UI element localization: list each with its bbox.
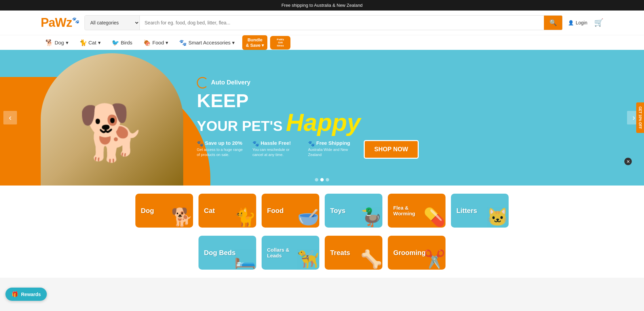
header: PaWz🐾 All categories Dog Cat Birds Food … (0, 11, 644, 35)
feature2-desc: You can reschedule or cancel at any time… (252, 147, 300, 158)
hero-close-button[interactable]: ✕ (624, 158, 632, 165)
hero-feature-hassle: 🐾 Hassle Free! You can reschedule or can… (252, 140, 300, 158)
logo[interactable]: PaWz🐾 (41, 16, 79, 30)
shop-now-button[interactable]: SHOP NOW (364, 140, 419, 159)
hero-dots (315, 178, 329, 181)
paw-icon-2: 🐾 (252, 140, 259, 147)
category-toys[interactable]: Toys 🦆 (325, 194, 382, 228)
auto-delivery-text: Auto Delivery (211, 79, 250, 86)
auto-delivery-icon (197, 77, 208, 89)
hero-title-happy: Happy (286, 110, 361, 135)
dog-chevron-icon: ▾ (66, 40, 69, 46)
feature1-title: Save up to 20% (205, 140, 242, 146)
dog-beds-img: 🛏️ (234, 249, 256, 270)
toys-category-img: 🦆 (360, 207, 382, 228)
dog-nav-icon: 🐕 (45, 39, 53, 46)
category-grid-row1: Dog 🐕 Cat 🐈 Food 🥣 Toys 🦆 Flea &Worming … (0, 186, 644, 236)
feature3-desc: Australia Wide and New Zealand (308, 147, 356, 158)
search-container: All categories Dog Cat Birds Food Smart … (84, 15, 563, 30)
paw-icon-3: 🐾 (308, 140, 315, 147)
auto-delivery-badge: Auto Delivery (197, 77, 419, 89)
login-button[interactable]: 👤 Login (568, 20, 587, 25)
feature2-title: Hassle Free! (261, 140, 291, 146)
dog-category-img: 🐕 (171, 207, 193, 228)
header-actions: 👤 Login 🛒 (568, 18, 603, 27)
category-litters[interactable]: Litters 🐱 (451, 194, 509, 228)
food-category-img: 🥣 (297, 207, 319, 228)
smart-acc-nav-icon: 🐾 (179, 39, 187, 46)
smart-acc-chevron-icon: ▾ (232, 40, 235, 46)
banner-text: Free shipping to Australia & New Zealand (281, 3, 362, 8)
navigation: 🐕 Dog ▾ 🐈 Cat ▾ 🐦 Birds 🍖 Food ▾ 🐾 Smart… (0, 35, 644, 50)
hero-features: 🐾 Save up to 20% Get access to a huge ra… (197, 140, 419, 159)
cart-button[interactable]: 🛒 (594, 18, 603, 27)
collars-img: 🦮 (297, 249, 319, 270)
logo-paw: 🐾 (72, 17, 79, 24)
category-cat[interactable]: Cat 🐈 (198, 194, 256, 228)
hero-prev-button[interactable]: ‹ (3, 111, 17, 124)
category-flea-worming[interactable]: Flea &Worming 💊 (388, 194, 446, 228)
nav-promo-image[interactable]: PaWzGiftIdeas (270, 36, 290, 50)
hero-dot-3[interactable] (326, 178, 329, 181)
food-nav-icon: 🍖 (143, 39, 151, 46)
cat-category-img: 🐈 (234, 207, 256, 228)
category-food[interactable]: Food 🥣 (262, 194, 319, 228)
nav-food[interactable]: 🍖 Food ▾ (138, 36, 173, 50)
category-collars-leads[interactable]: Collars &Leads 🦮 (262, 236, 319, 270)
bundle-save-button[interactable]: Bundle& Save ▾ (242, 35, 267, 50)
hero-dot-1[interactable] (315, 178, 318, 181)
category-dog[interactable]: Dog 🐕 (135, 194, 193, 228)
grooming-img: ✂️ (423, 249, 446, 270)
nav-birds-label: Birds (121, 40, 132, 45)
hero-title-keep: KEEP (197, 91, 419, 110)
category-grooming[interactable]: Grooming ✂️ (388, 236, 446, 270)
feature3-title: Free Shipping (316, 140, 350, 146)
get-10-off-tab[interactable]: GET 10% OFF (636, 102, 644, 133)
cat-chevron-icon: ▾ (98, 40, 101, 46)
nav-dog[interactable]: 🐕 Dog ▾ (41, 36, 73, 50)
flea-category-img: 💊 (423, 207, 446, 228)
paw-icon-1: 🐾 (197, 140, 204, 147)
hero-banner: ☽ ☽ ☽ ☽ ☽ ☽ ☽ 🐕 Auto Delivery KEEP YOUR … (0, 50, 644, 186)
hero-dot-2[interactable] (320, 178, 324, 181)
category-select[interactable]: All categories Dog Cat Birds Food Smart … (85, 16, 140, 30)
nav-dog-label: Dog (55, 40, 64, 45)
user-icon: 👤 (568, 20, 574, 25)
hero-feature-savings: 🐾 Save up to 20% Get access to a huge ra… (197, 140, 244, 158)
search-button[interactable]: 🔍 (544, 16, 562, 30)
litters-category-img: 🐱 (487, 207, 509, 228)
treats-img: 🦴 (360, 249, 382, 270)
category-treats[interactable]: Treats 🦴 (325, 236, 382, 270)
nav-smart-label: Smart Accessories (188, 40, 230, 45)
hero-dog-image: 🐕 (41, 53, 183, 186)
feature1-desc: Get access to a huge range of products o… (197, 147, 244, 158)
nav-birds[interactable]: 🐦 Birds (107, 36, 137, 50)
category-dog-beds[interactable]: Dog Beds 🛏️ (198, 236, 256, 270)
category-grid-row2: Dog Beds 🛏️ Collars &Leads 🦮 Treats 🦴 Gr… (0, 236, 644, 278)
hero-content: Auto Delivery KEEP YOUR PET'S Happy 🐾 Sa… (197, 77, 419, 159)
search-input[interactable] (140, 16, 544, 30)
food-chevron-icon: ▾ (166, 40, 168, 46)
cat-nav-icon: 🐈 (79, 39, 87, 46)
top-banner: Free shipping to Australia & New Zealand (0, 0, 644, 11)
nav-smart-accessories[interactable]: 🐾 Smart Accessories ▾ (174, 36, 240, 50)
hero-title-yourpets: YOUR PET'S (197, 119, 283, 133)
nav-cat-label: Cat (89, 40, 96, 45)
nav-cat[interactable]: 🐈 Cat ▾ (75, 36, 106, 50)
nav-food-label: Food (152, 40, 164, 45)
birds-nav-icon: 🐦 (112, 39, 119, 46)
dog-emoji: 🐕 (78, 101, 146, 165)
hero-feature-shipping: 🐾 Free Shipping Australia Wide and New Z… (308, 140, 356, 158)
